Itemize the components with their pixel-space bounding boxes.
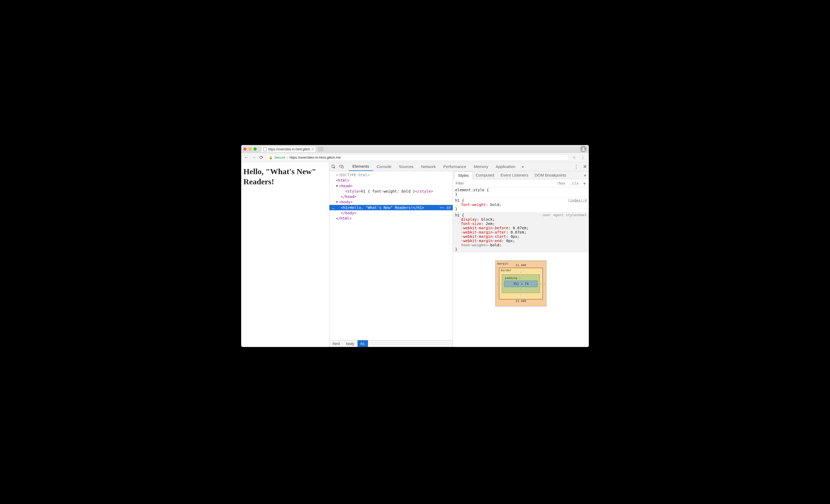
- border-label: border: [501, 269, 512, 272]
- styles-filter-input[interactable]: [455, 181, 554, 186]
- tab-sources[interactable]: Sources: [395, 162, 417, 171]
- tab-console[interactable]: Console: [373, 162, 395, 171]
- tab-computed[interactable]: Computed: [473, 171, 497, 179]
- dom-breadcrumbs: html body h1: [329, 340, 453, 347]
- devtools-tabbar: Elements Console Sources Network Perform…: [329, 162, 589, 171]
- profile-icon[interactable]: [580, 146, 587, 152]
- rule-selector: h1 {: [455, 198, 464, 202]
- address-bar[interactable]: 🔒 Secure | https://overrides-in-html.gli…: [266, 154, 569, 161]
- dom-body-close: </body>: [331, 210, 453, 216]
- decl: font-size: 2em;: [455, 221, 587, 226]
- dom-html-open: <html>: [331, 178, 453, 183]
- decl: -webkit-margin-start: 0px;: [455, 234, 587, 239]
- svg-point-0: [583, 148, 584, 149]
- margin-bottom: 21.440: [499, 300, 543, 303]
- decl: -webkit-margin-after: 0.67em;: [455, 230, 587, 234]
- back-button[interactable]: ←: [244, 155, 249, 160]
- rule-selector: element.style {: [455, 188, 489, 192]
- border-left: -: [500, 282, 502, 285]
- devtools: Elements Console Sources Network Perform…: [329, 162, 589, 347]
- forward-button[interactable]: →: [251, 155, 256, 160]
- rule-h1-author[interactable]: h1 { (index):4 font-weight: bold; }: [453, 197, 589, 212]
- decl: display: block;: [455, 217, 587, 221]
- rule-origin-link[interactable]: (index):4: [568, 198, 587, 202]
- crumb-body[interactable]: body: [343, 340, 357, 347]
- new-style-rule-icon[interactable]: +: [581, 181, 589, 186]
- tab-application[interactable]: Application: [492, 162, 519, 171]
- browser-window: https://overrides-in-html.glitch × ← → ⟳…: [241, 145, 589, 347]
- margin-right: -: [543, 282, 545, 285]
- rule-selector: h1 {: [455, 213, 464, 217]
- decl: -webkit-margin-before: 0.67em;: [455, 226, 587, 230]
- selection-suffix: == $0: [439, 205, 453, 210]
- box-model-padding[interactable]: padding - - - 352 × 74 -: [502, 275, 540, 293]
- rule-close: }: [455, 207, 587, 211]
- close-window-button[interactable]: [243, 148, 247, 151]
- bookmark-icon[interactable]: ☆: [571, 155, 577, 160]
- page-heading: Hello, "What's New" Readers!: [243, 166, 326, 186]
- crumb-html[interactable]: html: [329, 340, 343, 347]
- padding-bottom: -: [504, 287, 538, 290]
- chrome-menu-icon[interactable]: ⋮: [580, 155, 586, 160]
- rule-h1-user-agent[interactable]: h1 { user agent stylesheet display: bloc…: [453, 212, 589, 253]
- padding-left: -: [503, 282, 505, 285]
- selection-ellipsis: …: [331, 205, 341, 210]
- rule-close: }: [455, 192, 587, 196]
- browser-tab[interactable]: https://overrides-in-html.glitch ×: [261, 146, 316, 152]
- lock-icon: 🔒: [269, 156, 273, 159]
- toolbar: ← → ⟳ 🔒 Secure | https://overrides-in-ht…: [241, 153, 589, 162]
- tab-dom-breakpoints[interactable]: DOM Breakpoints: [531, 171, 569, 179]
- cls-toggle[interactable]: .cls: [567, 181, 581, 185]
- tab-performance[interactable]: Performance: [440, 162, 470, 171]
- new-tab-button[interactable]: [318, 147, 324, 151]
- decl[interactable]: font-weight: bold;: [455, 202, 587, 207]
- styles-filter-row: :hov .cls +: [453, 179, 589, 187]
- box-model: margin 21.440 - - border - - -: [453, 253, 589, 312]
- box-model-border[interactable]: border - - - padding - - - 352: [499, 268, 543, 300]
- tab-styles[interactable]: Styles: [454, 171, 473, 179]
- styles-tabbar: Styles Computed Event Listeners DOM Brea…: [453, 171, 589, 179]
- rule-element-style[interactable]: element.style { }: [453, 187, 589, 197]
- style-rules: element.style { } h1 { (index):4 font-we…: [453, 187, 589, 347]
- elements-panel: <!DOCTYPE html> <html> ▼<head> <style>h1…: [329, 171, 453, 347]
- dom-selected-h1[interactable]: … <h1>Hello, "What's New" Readers!</h1> …: [329, 205, 453, 210]
- dom-head-close: </head>: [331, 194, 453, 199]
- border-bottom: -: [502, 293, 540, 296]
- reload-button[interactable]: ⟳: [259, 155, 264, 160]
- tabstrip: https://overrides-in-html.glitch ×: [241, 145, 589, 153]
- tabs-overflow-icon[interactable]: »: [519, 164, 526, 169]
- minimize-window-button[interactable]: [248, 148, 252, 151]
- box-model-content[interactable]: 352 × 74: [504, 281, 538, 287]
- dom-style-line: <style>h1 { font-weight: bold }</style>: [331, 189, 453, 194]
- device-toggle-icon[interactable]: [338, 164, 346, 169]
- crumb-h1[interactable]: h1: [357, 340, 368, 347]
- decl: -webkit-margin-end: 0px;: [455, 239, 587, 243]
- tab-title: https://overrides-in-html.glitch: [268, 148, 310, 151]
- svg-rect-3: [342, 166, 343, 168]
- tab-close-icon[interactable]: ×: [312, 148, 314, 151]
- devtools-menu-icon[interactable]: ⋮: [572, 164, 580, 169]
- dom-html-close: </html>: [331, 216, 453, 221]
- border-right: -: [540, 282, 542, 285]
- page-icon: [263, 148, 266, 151]
- inspect-icon[interactable]: [329, 164, 338, 169]
- dom-tree[interactable]: <!DOCTYPE html> <html> ▼<head> <style>h1…: [329, 171, 453, 340]
- tab-elements[interactable]: Elements: [349, 162, 373, 171]
- decl-overridden: font-weight: bold;: [455, 243, 587, 247]
- padding-right: -: [537, 282, 539, 285]
- tab-event-listeners[interactable]: Event Listeners: [497, 171, 531, 179]
- dom-doctype: <!DOCTYPE html>: [331, 172, 453, 178]
- window-controls: [243, 148, 257, 151]
- margin-label: margin: [497, 262, 508, 265]
- tab-network[interactable]: Network: [417, 162, 440, 171]
- secure-label: Secure: [274, 155, 285, 159]
- styles-tabs-overflow-icon[interactable]: »: [581, 173, 589, 177]
- devtools-close-icon[interactable]: ✕: [581, 164, 589, 169]
- url-text: https://overrides-in-html.glitch.me: [290, 155, 341, 159]
- maximize-window-button[interactable]: [254, 148, 257, 151]
- rule-close: }: [455, 247, 587, 251]
- box-model-margin[interactable]: margin 21.440 - - border - - -: [496, 260, 546, 306]
- tab-memory[interactable]: Memory: [470, 162, 492, 171]
- hov-toggle[interactable]: :hov: [554, 181, 568, 185]
- url-separator: |: [287, 155, 288, 159]
